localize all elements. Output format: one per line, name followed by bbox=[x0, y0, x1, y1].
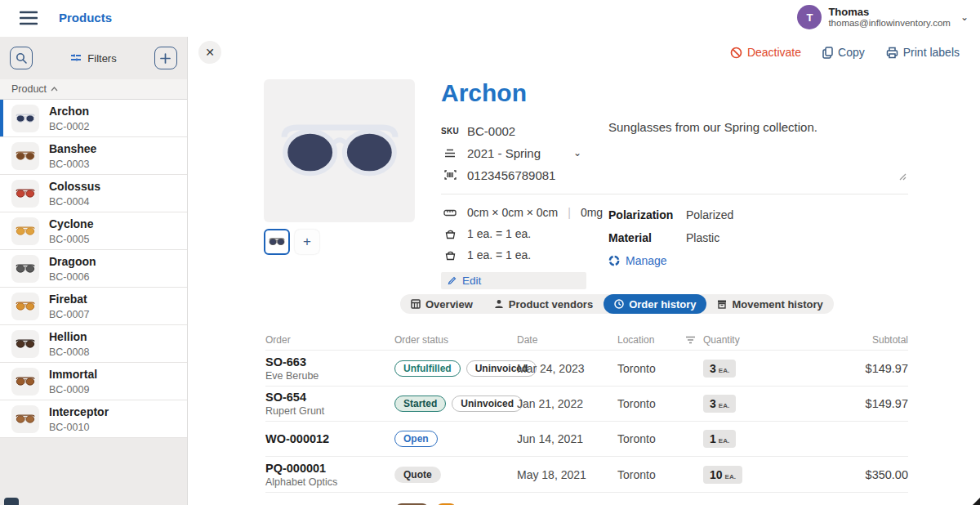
uom-field-2[interactable]: 1 ea. = 1 ea. bbox=[441, 244, 608, 266]
sunglasses-image bbox=[16, 264, 35, 273]
manage-icon bbox=[608, 255, 620, 266]
category-field[interactable]: 2021 - Spring ⌄ bbox=[441, 142, 581, 163]
chevron-down-icon: ⌄ bbox=[960, 11, 969, 23]
product-image[interactable] bbox=[264, 79, 415, 222]
quantity-badge: 3EA. bbox=[703, 360, 736, 378]
sunglasses-image bbox=[16, 414, 35, 423]
sunglasses-image bbox=[278, 122, 401, 179]
uom-field-1[interactable]: 1 ea. = 1 ea. bbox=[441, 223, 608, 244]
product-column-header[interactable]: Product bbox=[0, 79, 187, 100]
sidebar-product-item[interactable]: Cyclone BC-0005 bbox=[0, 212, 187, 250]
box-icon bbox=[717, 299, 727, 309]
edit-button[interactable]: Edit bbox=[441, 272, 586, 289]
tab-product-vendors[interactable]: Product vendors bbox=[483, 294, 604, 314]
record-actions: Deactivate Copy Print labels bbox=[730, 46, 960, 59]
col-quantity[interactable]: Quantity bbox=[703, 334, 793, 346]
attribute-value[interactable]: Plastic bbox=[686, 231, 719, 244]
copy-button[interactable]: Copy bbox=[822, 46, 865, 59]
product-list-sidebar: Filters Product Archon BC-0002 Banshee B… bbox=[0, 37, 188, 505]
attribute-row: Polarization Polarized bbox=[608, 203, 908, 226]
col-subtotal[interactable]: Subtotal bbox=[793, 334, 908, 346]
product-name: Firebat bbox=[49, 293, 87, 306]
copy-icon bbox=[822, 47, 833, 59]
attribute-value[interactable]: Polarized bbox=[686, 208, 733, 221]
sidebar-product-item[interactable]: Immortal BC-0009 bbox=[0, 363, 187, 400]
sunglasses-image bbox=[269, 238, 285, 245]
sku-field[interactable]: SKU BC-0002 bbox=[441, 120, 608, 141]
order-date: Mar 24, 2023 bbox=[517, 362, 617, 375]
deactivate-button[interactable]: Deactivate bbox=[730, 46, 801, 59]
sidebar-product-item[interactable]: Firebat BC-0007 bbox=[0, 288, 187, 325]
grid-icon bbox=[411, 299, 421, 309]
window-resize-corner[interactable] bbox=[973, 498, 980, 505]
sidebar-product-item[interactable]: Interceptor BC-0010 bbox=[0, 400, 187, 438]
printer-icon bbox=[886, 47, 898, 59]
user-menu[interactable]: T Thomas thomas@inflowinventory.com ⌄ bbox=[797, 5, 969, 29]
order-number[interactable]: PQ-000001 bbox=[265, 461, 394, 476]
resize-grip-icon[interactable] bbox=[899, 173, 906, 181]
col-date[interactable]: Date bbox=[517, 334, 617, 346]
tab-movement-history[interactable]: Movement history bbox=[706, 294, 833, 314]
attribute-label: Material bbox=[608, 231, 686, 244]
order-number[interactable]: SO-654 bbox=[265, 390, 394, 404]
tab-overview[interactable]: Overview bbox=[400, 294, 483, 314]
filter-icon[interactable] bbox=[685, 336, 703, 344]
search-button[interactable] bbox=[10, 47, 33, 69]
value-separator: | bbox=[568, 206, 571, 219]
status-pill: Quote bbox=[394, 467, 441, 483]
order-location: Toronto bbox=[617, 468, 685, 481]
sku-value: BC-0002 bbox=[467, 124, 515, 138]
sunglasses-image bbox=[16, 377, 35, 386]
close-button[interactable]: ✕ bbox=[198, 41, 221, 64]
manage-attributes-button[interactable]: Manage bbox=[608, 249, 908, 272]
attribute-row: Material Plastic bbox=[608, 226, 908, 249]
sunglasses-image bbox=[16, 302, 35, 311]
product-thumbnail bbox=[11, 217, 39, 245]
order-contact: Alphabet Optics bbox=[265, 476, 394, 489]
add-image-button[interactable]: + bbox=[295, 230, 319, 254]
hamburger-menu-icon[interactable] bbox=[20, 10, 38, 26]
custom-attributes: Polarization PolarizedMaterial Plastic M… bbox=[608, 202, 908, 289]
order-number[interactable]: WO-000012 bbox=[265, 431, 394, 446]
col-order[interactable]: Order bbox=[265, 334, 394, 346]
col-order-status[interactable]: Order status bbox=[394, 334, 517, 346]
image-thumbnail-selected[interactable] bbox=[264, 229, 290, 255]
description-field[interactable]: Sunglasses from our Spring collection. bbox=[608, 120, 908, 185]
table-row[interactable]: PQ-000001 Alphabet Optics Quote May 18, … bbox=[265, 457, 908, 493]
product-name: Dragoon bbox=[49, 255, 96, 268]
sunglasses-image bbox=[16, 339, 35, 348]
product-name: Cyclone bbox=[49, 217, 93, 230]
sunglasses-image bbox=[16, 151, 35, 160]
sidebar-product-item[interactable]: Colossus BC-0004 bbox=[0, 175, 187, 212]
table-row[interactable]: PO-000049 bbox=[265, 493, 908, 505]
table-row[interactable]: WO-000012 Open Jun 14, 2021 Toronto 1EA. bbox=[265, 422, 908, 457]
product-thumbnail bbox=[11, 368, 39, 396]
table-row[interactable]: SO-654 Rupert Grunt StartedUninvoiced Ja… bbox=[265, 387, 908, 422]
sku-label: SKU bbox=[441, 127, 459, 136]
sidebar-product-item[interactable]: Archon BC-0002 bbox=[0, 100, 187, 137]
sidebar-product-item[interactable]: Banshee BC-0003 bbox=[0, 137, 187, 175]
basket-icon bbox=[441, 250, 459, 261]
product-name: Immortal bbox=[49, 368, 97, 381]
order-number[interactable]: SO-663 bbox=[265, 355, 394, 369]
barcode-icon bbox=[441, 170, 459, 180]
ruler-icon bbox=[441, 209, 459, 217]
col-location[interactable]: Location bbox=[617, 334, 685, 346]
tab-order-history[interactable]: Order history bbox=[604, 294, 706, 314]
product-detail-panel: ✕ Deactivate Copy Print labels bbox=[188, 37, 980, 505]
product-thumbnail bbox=[11, 330, 39, 358]
dimensions-field[interactable]: 0cm × 0cm × 0cm | 0mg bbox=[441, 202, 608, 223]
quantity-badge: 10EA. bbox=[703, 466, 742, 484]
add-product-button[interactable] bbox=[154, 47, 177, 69]
product-title[interactable]: Archon bbox=[441, 79, 908, 107]
barcode-field[interactable]: 0123456789081 bbox=[441, 164, 608, 185]
table-row[interactable]: SO-663 Eve Berube UnfulfilledUninvoiced … bbox=[265, 351, 908, 387]
sidebar-product-item[interactable]: Hellion BC-0008 bbox=[0, 325, 187, 363]
sort-asc-icon bbox=[51, 87, 58, 92]
clock-icon bbox=[614, 299, 624, 309]
filters-button[interactable]: Filters bbox=[70, 52, 116, 65]
product-sku: BC-0007 bbox=[49, 309, 89, 320]
order-status-cell: Quote bbox=[394, 467, 517, 483]
print-labels-button[interactable]: Print labels bbox=[886, 46, 960, 59]
sidebar-product-item[interactable]: Dragoon BC-0006 bbox=[0, 250, 187, 288]
